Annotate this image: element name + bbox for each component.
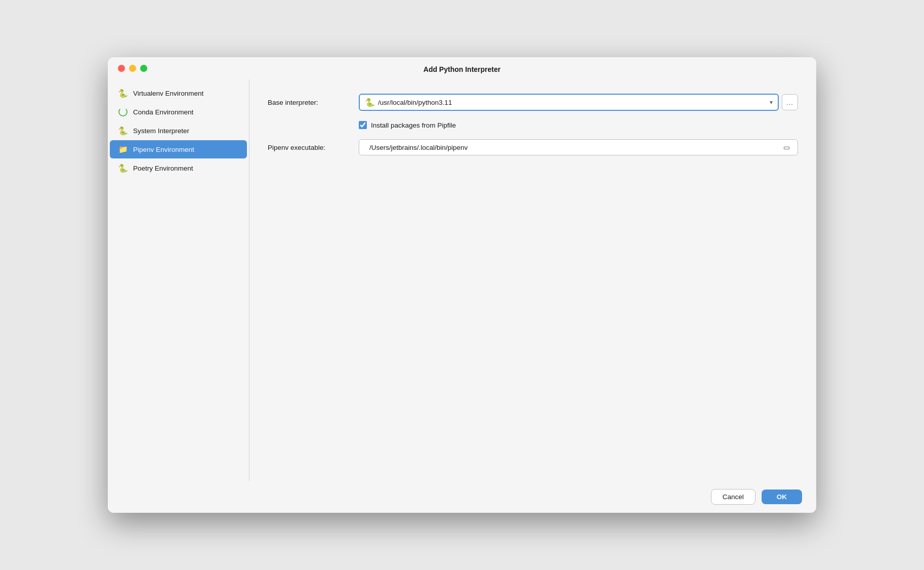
base-interpreter-label: Base interpreter: — [268, 99, 359, 106]
interpreter-input[interactable] — [378, 99, 770, 106]
install-packages-row: Install packages from Pipfile — [268, 121, 798, 129]
dialog-title: Add Python Interpreter — [424, 65, 500, 73]
conda-icon — [118, 107, 128, 117]
chevron-down-icon: ▾ — [770, 99, 773, 106]
install-packages-checkbox[interactable] — [359, 121, 367, 129]
python-icon: 🐍 — [118, 163, 128, 173]
sidebar-item-label: Virtualenv Environment — [133, 90, 203, 97]
python-icon: 🐍 — [118, 126, 128, 136]
pipenv-executable-row: Pipenv executable: ▭ — [268, 139, 798, 155]
pipenv-executable-label: Pipenv executable: — [268, 144, 359, 151]
dialog-body: 🐍 Virtualenv Environment Conda Environme… — [108, 79, 816, 481]
interpreter-select-wrapper: 🐍 ▾ ... — [359, 94, 798, 111]
python-icon: 🐍 — [118, 88, 128, 98]
cancel-button[interactable]: Cancel — [711, 489, 755, 505]
more-options-button[interactable]: ... — [782, 94, 798, 110]
folder-icon: ▭ — [783, 143, 790, 151]
sidebar-item-label: Pipenv Environment — [133, 146, 194, 153]
ok-button[interactable]: OK — [762, 490, 802, 504]
main-content: Base interpreter: 🐍 ▾ ... Install packag… — [249, 79, 816, 481]
base-interpreter-row: Base interpreter: 🐍 ▾ ... — [268, 94, 798, 111]
python-select-icon: 🐍 — [365, 98, 375, 107]
pipenv-browse-button[interactable]: ▭ — [778, 140, 794, 155]
sidebar-item-conda[interactable]: Conda Environment — [110, 103, 247, 121]
sidebar: 🐍 Virtualenv Environment Conda Environme… — [108, 79, 249, 481]
interpreter-select[interactable]: 🐍 ▾ — [359, 94, 779, 111]
sidebar-item-virtualenv[interactable]: 🐍 Virtualenv Environment — [110, 84, 247, 102]
title-bar: Add Python Interpreter — [108, 57, 816, 79]
dialog-footer: Cancel OK — [108, 481, 816, 513]
pipenv-executable-wrapper: ▭ — [359, 139, 798, 155]
sidebar-item-label: System Interpreter — [133, 127, 189, 135]
sidebar-item-poetry[interactable]: 🐍 Poetry Environment — [110, 159, 247, 177]
window-controls — [118, 65, 147, 72]
maximize-button[interactable] — [140, 65, 147, 72]
pipenv-executable-input[interactable] — [364, 140, 776, 155]
sidebar-item-label: Poetry Environment — [133, 165, 193, 172]
sidebar-item-label: Conda Environment — [133, 108, 193, 116]
close-button[interactable] — [118, 65, 125, 72]
minimize-button[interactable] — [129, 65, 136, 72]
content-spacer — [268, 166, 798, 467]
sidebar-item-pipenv[interactable]: 📁 Pipenv Environment — [110, 140, 247, 158]
sidebar-item-system[interactable]: 🐍 System Interpreter — [110, 121, 247, 140]
folder-icon: 📁 — [118, 144, 128, 154]
dialog: Add Python Interpreter 🐍 Virtualenv Envi… — [108, 57, 816, 513]
install-packages-label[interactable]: Install packages from Pipfile — [371, 121, 456, 129]
